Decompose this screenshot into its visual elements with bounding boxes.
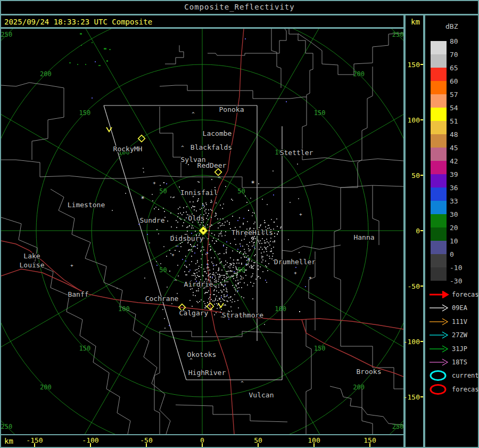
echo-pixel: [214, 289, 215, 290]
echo-pixel: [299, 252, 300, 253]
city-label: Didsbury: [170, 234, 204, 242]
echo-pixel: [169, 250, 170, 251]
echo-pixel: [211, 257, 212, 258]
echo-pixel: [218, 281, 219, 282]
echo-pixel: [213, 294, 214, 295]
map-boundary: [289, 29, 313, 160]
echo-pixel: [232, 250, 233, 251]
echo-pixel: [233, 263, 234, 264]
echo-pixel: [238, 259, 239, 260]
echo-pixel: [246, 257, 247, 258]
echo-pixel: [238, 307, 239, 308]
echo-pixel: [183, 212, 184, 213]
echo-pixel: [241, 263, 242, 264]
title-bar: Composite_Reflectivity: [0, 0, 479, 14]
echo-pixel: [249, 250, 250, 251]
echo-pixel: [259, 249, 260, 250]
echo-pixel: [221, 292, 222, 293]
echo-pixel: [221, 235, 222, 237]
echo-pixel: [224, 277, 225, 278]
echo-pixel: [260, 266, 261, 267]
echo-pixel: [158, 209, 159, 210]
echo-pixel: [263, 251, 265, 252]
echo-pixel: [195, 270, 196, 271]
echo-pixel: [189, 270, 191, 271]
radar-display[interactable]: 5050505010010010010015015015015020020020…: [1, 29, 403, 434]
echo-pixel: [208, 219, 209, 220]
echo-pixel: [251, 276, 252, 278]
echo-pixel: [254, 255, 255, 256]
echo-pixel: [209, 270, 210, 271]
legend-item-09EA: 09EA: [425, 302, 479, 314]
echo-pixel: [258, 241, 259, 242]
echo-pixel: [273, 247, 274, 248]
echo-pixel: [218, 287, 219, 288]
echo-pixel: [249, 242, 250, 243]
echo-pixel: [192, 251, 193, 252]
echo-pixel: [221, 291, 222, 292]
dbz-scale-value: 54: [450, 104, 458, 112]
legend-arrow-icon: [428, 343, 450, 355]
echo-pixel: [208, 290, 209, 291]
echo-pixel: [212, 278, 213, 279]
echo-pixel: [203, 301, 204, 302]
radar-map-canvas[interactable]: 5050505010010010010015015015015020020020…: [1, 29, 403, 434]
radar-application-window: Composite_Reflectivity 2025/09/24 18:33:…: [0, 0, 479, 448]
echo-pixel: [241, 287, 242, 288]
echo-pixel-blue: [166, 183, 167, 184]
echo-pixel: [210, 276, 211, 277]
echo-pixel: [246, 270, 247, 271]
echo-pixel: [185, 256, 186, 257]
echo-pixel: [252, 275, 253, 276]
caret-marker: ^: [201, 246, 204, 251]
legend-item-27ZW: 27ZW: [425, 329, 479, 341]
echo-pixel: [221, 275, 222, 276]
echo-pixel: [217, 300, 218, 301]
echo-pixel: [271, 250, 272, 251]
echo-pixel: [267, 255, 268, 256]
echo-pixel: [266, 239, 267, 240]
echo-pixel: [209, 274, 210, 275]
radar-site-diamond: [215, 169, 222, 176]
echo-pixel: [180, 243, 181, 244]
echo-pixel: [266, 251, 267, 252]
echo-pixel: [236, 267, 237, 268]
echo-pixel: [214, 275, 216, 276]
echo-pixel: [224, 253, 225, 254]
echo-pixel: [197, 245, 198, 246]
dbz-scale-value: 65: [450, 64, 458, 72]
echo-pixel: [247, 264, 249, 265]
echo-pixel: [266, 282, 267, 283]
dbz-scale-value: 45: [450, 144, 458, 152]
echo-pixel: [147, 234, 148, 235]
echo-pixel: [186, 227, 187, 228]
echo-pixel: [211, 201, 212, 202]
echo-pixel: [223, 275, 224, 276]
echo-pixel: [186, 267, 187, 268]
echo-pixel: [197, 275, 198, 276]
echo-pixel: [265, 265, 266, 266]
echo-pixel: [178, 208, 179, 209]
echo-pixel: [227, 295, 228, 296]
echo-pixel: [225, 222, 226, 223]
echo-pixel: [171, 303, 172, 304]
echo-pixel: [191, 207, 192, 208]
echo-pixel: [186, 211, 187, 213]
echo-pixel: [251, 265, 252, 266]
map-boundary: [176, 405, 287, 422]
city-label: Lacombe: [203, 129, 232, 137]
echo-pixel: [260, 278, 261, 279]
ring-distance-label: 250: [392, 31, 403, 38]
echo-pixel: [268, 263, 269, 264]
city-label: Stettler: [280, 149, 313, 157]
echo-pixel: [245, 264, 246, 265]
echo-pixel: [205, 213, 207, 214]
echo-pixel: [218, 279, 219, 280]
echo-pixel: [230, 296, 232, 297]
right-axis-tick-label: -150: [403, 393, 420, 401]
echo-pixel: [232, 200, 233, 201]
echo-pixel: [170, 197, 171, 198]
echo-pixel: [214, 187, 216, 188]
ring-distance-label: 200: [40, 70, 52, 78]
map-boundary: [51, 189, 170, 434]
